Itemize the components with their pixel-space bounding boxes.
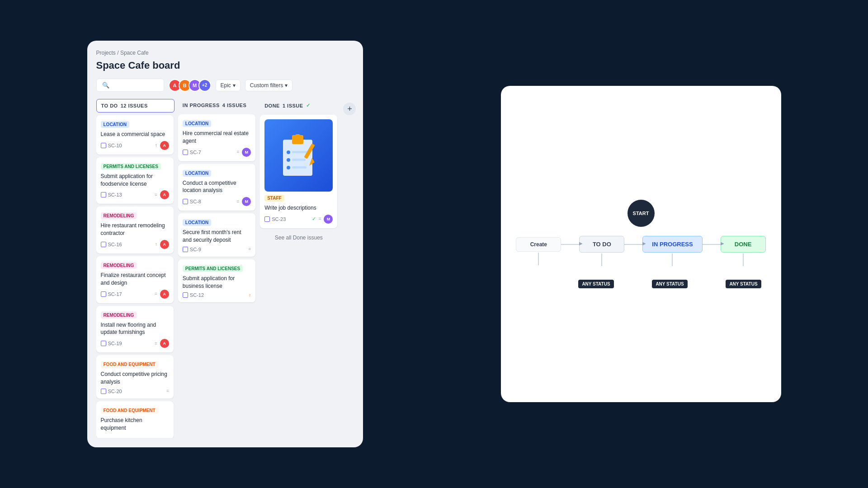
- card-actions-sc17: = A: [155, 290, 169, 299]
- card-footer-sc10: SC-10 ↑ A: [101, 141, 169, 150]
- card-sc21[interactable]: FOOD AND EQUIPMENT Purchase kitchen equi…: [96, 401, 174, 438]
- workflow-inprogress-node: IN PROGRESS: [642, 236, 702, 266]
- todo-wf-label: TO DO: [593, 241, 611, 248]
- card-sc8[interactable]: LOCATION Conduct a competitive location …: [178, 164, 255, 211]
- todo-any-status-badge: ANY STATUS: [578, 280, 613, 288]
- epic-filter-chevron: ▾: [233, 82, 236, 89]
- checkbox-sc10[interactable]: [101, 143, 106, 148]
- tag-location-sc9: LOCATION: [183, 219, 211, 226]
- checkbox-sc13[interactable]: [101, 192, 106, 197]
- card-actions-sc7: = M: [236, 148, 251, 157]
- priority-icon-sc16: ↑: [155, 242, 157, 247]
- priority-icon-sc13: =: [155, 192, 157, 197]
- spacer-create: [516, 266, 552, 288]
- checkbox-sc19[interactable]: [101, 341, 106, 346]
- card-id-sc16: SC-16: [101, 242, 122, 247]
- kanban-board: Projects / Space Cafe Space Cafe board 🔍…: [87, 41, 363, 447]
- checkbox-sc16[interactable]: [101, 242, 106, 247]
- checkbox-sc9[interactable]: [183, 247, 188, 252]
- card-footer-sc7: SC-7 = M: [183, 148, 251, 157]
- card-id-sc9: SC-9: [183, 247, 201, 252]
- priority-icon-sc8: =: [236, 199, 239, 204]
- done-any-status-badge: ANY STATUS: [726, 280, 761, 288]
- done-box[interactable]: DONE: [721, 236, 766, 253]
- card-sc10[interactable]: LOCATION Lease a commercial space SC-10 …: [96, 115, 174, 155]
- arrow-inprogress-done: [703, 244, 721, 245]
- card-footer-sc17: SC-17 = A: [101, 290, 169, 299]
- card-sc9[interactable]: LOCATION Secure first month's rent and s…: [178, 213, 255, 257]
- card-title-sc9: Secure first month's rent and security d…: [183, 229, 251, 244]
- arrow-line-1: [561, 244, 579, 245]
- svg-rect-9: [292, 166, 307, 169]
- tag-food-sc21: FOOD AND EQUIPMENT: [101, 407, 158, 414]
- inprogress-cards: LOCATION Hire commercial real estate age…: [178, 114, 256, 438]
- column-header-todo: TO DO 12 ISSUES: [96, 99, 175, 113]
- priority-icon-sc19: =: [155, 341, 157, 346]
- workflow-start-row: START: [627, 200, 655, 227]
- checkbox-sc8[interactable]: [183, 199, 188, 204]
- checkbox-sc17[interactable]: [101, 291, 106, 297]
- custom-filters-label: Custom filters: [250, 82, 283, 89]
- card-footer-sc23: SC-23 ✓ = M: [264, 215, 333, 224]
- card-title-sc7: Hire commercial real estate agent: [183, 130, 251, 145]
- add-column-button[interactable]: +: [343, 103, 356, 115]
- checkbox-sc7[interactable]: [183, 150, 188, 155]
- todo-any-status-label: ANY STATUS: [582, 282, 610, 286]
- assignee-sc19: A: [160, 339, 169, 348]
- card-actions-sc8: = M: [236, 197, 251, 206]
- card-sc16[interactable]: REMODELING Hire restaurant remodeling co…: [96, 206, 174, 253]
- card-title-sc10: Lease a commercial space: [101, 131, 169, 138]
- card-sc23[interactable]: STAFF Write job descriptions SC-23 ✓ = M: [260, 115, 337, 228]
- card-sc7[interactable]: LOCATION Hire commercial real estate age…: [178, 114, 255, 161]
- card-sc13[interactable]: PERMITS AND LICENSES Submit application …: [96, 157, 174, 204]
- checkbox-sc20[interactable]: [101, 389, 106, 394]
- card-footer-sc8: SC-8 = M: [183, 197, 251, 206]
- card-actions-sc9: =: [248, 247, 251, 252]
- create-box[interactable]: Create: [516, 237, 561, 252]
- card-actions-sc23: ✓ = M: [312, 215, 333, 224]
- avatar-group: A B M +2: [169, 79, 211, 92]
- see-all-done-link[interactable]: See all Done issues: [260, 231, 337, 244]
- search-box[interactable]: 🔍: [96, 79, 164, 92]
- custom-filters-button[interactable]: Custom filters ▾: [245, 80, 292, 91]
- svg-point-6: [287, 158, 290, 162]
- card-sc17[interactable]: REMODELING Finalize restaurant concept a…: [96, 256, 174, 303]
- assignee-sc10: A: [160, 141, 169, 150]
- card-title-sc12: Submit application for business license: [183, 275, 251, 290]
- workflow-main-row: Create TO DO IN PROG: [516, 236, 765, 266]
- card-id-sc12: SC-12: [183, 292, 204, 298]
- card-sc19[interactable]: REMODELING Install new flooring and upda…: [96, 306, 174, 353]
- card-title-sc8: Conduct a competitive location analysis: [183, 179, 251, 195]
- start-label: START: [633, 211, 649, 216]
- card-title-sc21: Purchase kitchen equipment: [101, 417, 169, 432]
- tag-permits: PERMITS AND LICENSES: [101, 163, 161, 170]
- breadcrumb-separator: /: [117, 50, 118, 56]
- tag-location-sc7: LOCATION: [183, 120, 211, 127]
- workflow-done-node: DONE: [721, 236, 766, 266]
- svg-rect-5: [292, 151, 308, 153]
- checkbox-sc23[interactable]: [264, 216, 270, 222]
- breadcrumb-projects[interactable]: Projects: [96, 50, 116, 56]
- checkbox-sc12[interactable]: [183, 292, 188, 298]
- breadcrumb-current: Space Cafe: [120, 50, 149, 56]
- todo-any-status-group: ANY STATUS: [574, 266, 619, 288]
- svg-rect-1: [283, 140, 312, 176]
- avatar-4[interactable]: +2: [198, 79, 211, 92]
- svg-point-8: [287, 166, 290, 169]
- card-actions-sc19: = A: [155, 339, 169, 348]
- card-sc12[interactable]: PERMITS AND LICENSES Submit application …: [178, 259, 255, 303]
- assignee-sc16: A: [160, 240, 169, 249]
- todo-count: 12 ISSUES: [121, 103, 148, 108]
- card-actions-sc10: ↑ A: [155, 141, 169, 150]
- svg-rect-7: [292, 159, 306, 161]
- inprogress-box[interactable]: IN PROGRESS: [642, 236, 702, 253]
- card-sc20[interactable]: FOOD AND EQUIPMENT Conduct competitive p…: [96, 355, 174, 399]
- any-status-row: ANY STATUS ANY STATUS ANY STATUS: [516, 266, 766, 288]
- card-footer-sc12: SC-12 ↑: [183, 292, 251, 298]
- epic-filter-button[interactable]: Epic ▾: [216, 80, 241, 91]
- card-footer-sc9: SC-9 =: [183, 247, 251, 252]
- todo-box[interactable]: TO DO: [579, 236, 624, 253]
- card-title-sc13: Submit application for foodservice licen…: [101, 173, 169, 188]
- todo-vert-line: [601, 253, 602, 266]
- done-vert-line: [743, 253, 744, 266]
